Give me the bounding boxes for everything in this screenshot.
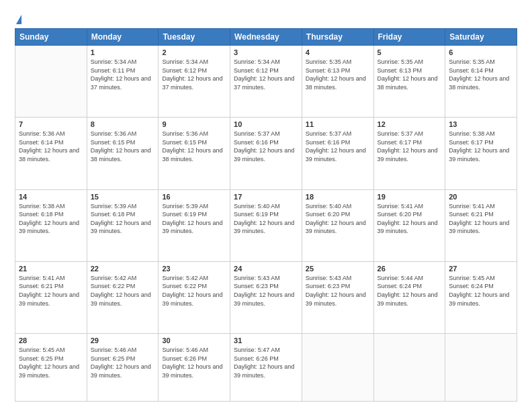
day-cell: 29Sunrise: 5:46 AMSunset: 6:25 PMDayligh… <box>87 334 159 402</box>
cell-info: Sunrise: 5:42 AMSunset: 6:22 PMDaylight:… <box>162 274 226 308</box>
day-cell: 10Sunrise: 5:37 AMSunset: 6:16 PMDayligh… <box>230 118 302 189</box>
cell-info: Sunrise: 5:47 AMSunset: 6:26 PMDaylight:… <box>234 346 298 379</box>
day-number: 7 <box>19 120 83 128</box>
day-cell <box>445 334 517 402</box>
day-cell: 15Sunrise: 5:39 AMSunset: 6:18 PMDayligh… <box>87 189 159 261</box>
cell-info: Sunrise: 5:35 AMSunset: 6:13 PMDaylight:… <box>306 58 370 91</box>
day-number: 1 <box>91 48 155 56</box>
calendar-table: SundayMondayTuesdayWednesdayThursdayFrid… <box>15 28 517 402</box>
day-number: 26 <box>378 265 442 273</box>
day-number: 17 <box>234 193 298 201</box>
weekday-header-saturday: Saturday <box>445 29 517 46</box>
cell-info: Sunrise: 5:35 AMSunset: 6:14 PMDaylight:… <box>449 58 513 91</box>
day-cell: 28Sunrise: 5:45 AMSunset: 6:25 PMDayligh… <box>15 334 87 402</box>
cell-info: Sunrise: 5:43 AMSunset: 6:23 PMDaylight:… <box>306 274 370 308</box>
cell-info: Sunrise: 5:46 AMSunset: 6:25 PMDaylight:… <box>91 346 155 379</box>
week-row-1: 1Sunrise: 5:34 AMSunset: 6:11 PMDaylight… <box>15 46 517 118</box>
day-cell: 9Sunrise: 5:36 AMSunset: 6:15 PMDaylight… <box>159 118 230 189</box>
day-number: 8 <box>91 120 155 128</box>
weekday-header-thursday: Thursday <box>302 29 373 46</box>
day-number: 19 <box>378 193 442 201</box>
day-number: 6 <box>449 48 513 56</box>
day-number: 28 <box>19 336 83 345</box>
cell-info: Sunrise: 5:44 AMSunset: 6:24 PMDaylight:… <box>378 274 442 308</box>
day-cell: 26Sunrise: 5:44 AMSunset: 6:24 PMDayligh… <box>373 261 445 333</box>
cell-info: Sunrise: 5:36 AMSunset: 6:14 PMDaylight:… <box>19 130 83 163</box>
cell-info: Sunrise: 5:38 AMSunset: 6:18 PMDaylight:… <box>19 202 83 236</box>
cell-info: Sunrise: 5:43 AMSunset: 6:23 PMDaylight:… <box>234 274 298 308</box>
weekday-header-tuesday: Tuesday <box>159 29 230 46</box>
day-number: 23 <box>162 265 226 273</box>
day-number: 31 <box>234 336 298 345</box>
cell-info: Sunrise: 5:37 AMSunset: 6:16 PMDaylight:… <box>234 130 298 163</box>
day-number: 5 <box>378 48 442 56</box>
day-number: 13 <box>449 120 513 128</box>
day-number: 29 <box>91 336 155 345</box>
day-cell: 4Sunrise: 5:35 AMSunset: 6:13 PMDaylight… <box>302 46 373 118</box>
day-cell <box>15 46 87 118</box>
weekday-header-monday: Monday <box>87 29 159 46</box>
week-row-4: 21Sunrise: 5:41 AMSunset: 6:21 PMDayligh… <box>15 261 517 333</box>
day-cell: 12Sunrise: 5:37 AMSunset: 6:17 PMDayligh… <box>373 118 445 189</box>
cell-info: Sunrise: 5:41 AMSunset: 6:21 PMDaylight:… <box>19 274 83 308</box>
day-cell: 22Sunrise: 5:42 AMSunset: 6:22 PMDayligh… <box>87 261 159 333</box>
day-cell: 25Sunrise: 5:43 AMSunset: 6:23 PMDayligh… <box>302 261 373 333</box>
day-number: 22 <box>91 265 155 273</box>
calendar-page: SundayMondayTuesdayWednesdayThursdayFrid… <box>0 0 532 411</box>
weekday-header-wednesday: Wednesday <box>230 29 302 46</box>
header <box>15 12 517 26</box>
day-cell: 1Sunrise: 5:34 AMSunset: 6:11 PMDaylight… <box>87 46 159 118</box>
day-cell: 19Sunrise: 5:41 AMSunset: 6:20 PMDayligh… <box>373 189 445 261</box>
day-cell: 27Sunrise: 5:45 AMSunset: 6:24 PMDayligh… <box>445 261 517 333</box>
day-cell <box>373 334 445 402</box>
day-cell <box>302 334 373 402</box>
day-cell: 6Sunrise: 5:35 AMSunset: 6:14 PMDaylight… <box>445 46 517 118</box>
cell-info: Sunrise: 5:38 AMSunset: 6:17 PMDaylight:… <box>449 130 513 163</box>
cell-info: Sunrise: 5:35 AMSunset: 6:13 PMDaylight:… <box>378 58 442 91</box>
day-number: 4 <box>306 48 370 56</box>
day-number: 21 <box>19 265 83 273</box>
day-number: 9 <box>162 120 226 128</box>
cell-info: Sunrise: 5:36 AMSunset: 6:15 PMDaylight:… <box>162 130 226 163</box>
day-number: 24 <box>234 265 298 273</box>
day-cell: 14Sunrise: 5:38 AMSunset: 6:18 PMDayligh… <box>15 189 87 261</box>
day-cell: 17Sunrise: 5:40 AMSunset: 6:19 PMDayligh… <box>230 189 302 261</box>
day-cell: 16Sunrise: 5:39 AMSunset: 6:19 PMDayligh… <box>159 189 230 261</box>
cell-info: Sunrise: 5:39 AMSunset: 6:18 PMDaylight:… <box>91 202 155 236</box>
cell-info: Sunrise: 5:46 AMSunset: 6:26 PMDaylight:… <box>162 346 226 379</box>
weekday-header-row: SundayMondayTuesdayWednesdayThursdayFrid… <box>15 29 517 46</box>
day-cell: 23Sunrise: 5:42 AMSunset: 6:22 PMDayligh… <box>159 261 230 333</box>
cell-info: Sunrise: 5:34 AMSunset: 6:12 PMDaylight:… <box>234 58 298 91</box>
day-number: 10 <box>234 120 298 128</box>
day-cell: 13Sunrise: 5:38 AMSunset: 6:17 PMDayligh… <box>445 118 517 189</box>
week-row-2: 7Sunrise: 5:36 AMSunset: 6:14 PMDaylight… <box>15 118 517 189</box>
day-cell: 30Sunrise: 5:46 AMSunset: 6:26 PMDayligh… <box>159 334 230 402</box>
day-number: 18 <box>306 193 370 201</box>
week-row-5: 28Sunrise: 5:45 AMSunset: 6:25 PMDayligh… <box>15 334 517 402</box>
day-cell: 20Sunrise: 5:41 AMSunset: 6:21 PMDayligh… <box>445 189 517 261</box>
cell-info: Sunrise: 5:41 AMSunset: 6:20 PMDaylight:… <box>378 202 442 236</box>
day-cell: 21Sunrise: 5:41 AMSunset: 6:21 PMDayligh… <box>15 261 87 333</box>
day-number: 30 <box>162 336 226 345</box>
cell-info: Sunrise: 5:37 AMSunset: 6:16 PMDaylight:… <box>306 130 370 163</box>
cell-info: Sunrise: 5:34 AMSunset: 6:12 PMDaylight:… <box>162 58 226 91</box>
cell-info: Sunrise: 5:36 AMSunset: 6:15 PMDaylight:… <box>91 130 155 163</box>
cell-info: Sunrise: 5:40 AMSunset: 6:19 PMDaylight:… <box>234 202 298 236</box>
day-number: 27 <box>449 265 513 273</box>
day-cell: 24Sunrise: 5:43 AMSunset: 6:23 PMDayligh… <box>230 261 302 333</box>
cell-info: Sunrise: 5:45 AMSunset: 6:24 PMDaylight:… <box>449 274 513 308</box>
day-cell: 3Sunrise: 5:34 AMSunset: 6:12 PMDaylight… <box>230 46 302 118</box>
logo-triangle-icon <box>16 15 21 24</box>
day-number: 3 <box>234 48 298 56</box>
cell-info: Sunrise: 5:34 AMSunset: 6:11 PMDaylight:… <box>91 58 155 91</box>
day-cell: 18Sunrise: 5:40 AMSunset: 6:20 PMDayligh… <box>302 189 373 261</box>
day-number: 14 <box>19 193 83 201</box>
cell-info: Sunrise: 5:40 AMSunset: 6:20 PMDaylight:… <box>306 202 370 236</box>
day-number: 25 <box>306 265 370 273</box>
cell-info: Sunrise: 5:39 AMSunset: 6:19 PMDaylight:… <box>162 202 226 236</box>
day-cell: 5Sunrise: 5:35 AMSunset: 6:13 PMDaylight… <box>373 46 445 118</box>
day-cell: 7Sunrise: 5:36 AMSunset: 6:14 PMDaylight… <box>15 118 87 189</box>
cell-info: Sunrise: 5:45 AMSunset: 6:25 PMDaylight:… <box>19 346 83 379</box>
day-number: 16 <box>162 193 226 201</box>
day-number: 20 <box>449 193 513 201</box>
